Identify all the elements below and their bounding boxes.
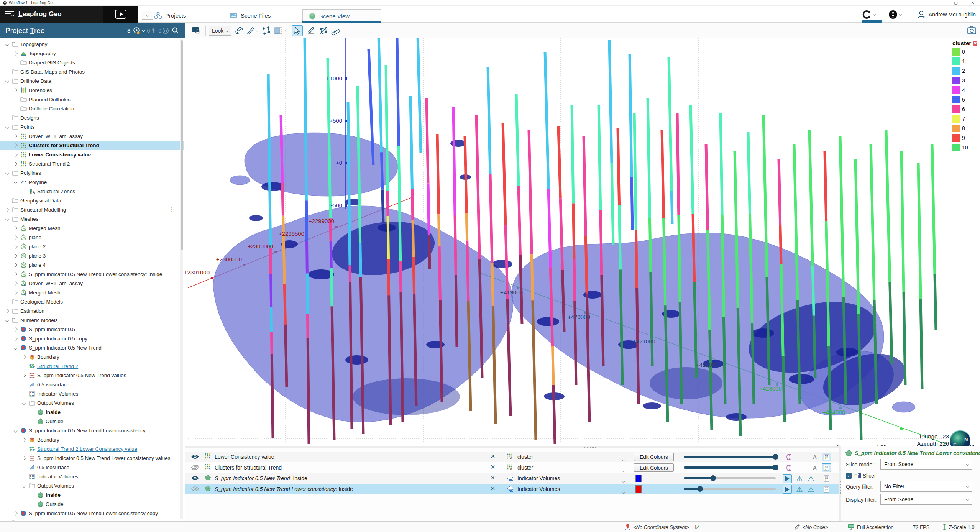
tree-item[interactable]: Drillhole Correlation xyxy=(0,104,184,113)
tree-item[interactable]: Outside xyxy=(0,499,184,509)
remove-from-scene-icon[interactable]: × xyxy=(491,484,495,493)
shading-wireframe-icon[interactable] xyxy=(806,485,816,494)
chevron-right-icon[interactable] xyxy=(13,227,18,230)
chevron-right-icon[interactable] xyxy=(5,310,10,312)
tree-item[interactable]: 0.5 isosurface xyxy=(0,380,184,389)
chevron-right-icon[interactable] xyxy=(13,144,18,147)
tree-item[interactable]: S_ppm Indicator 0.5 New Trend values xyxy=(0,371,184,380)
edit-polygon-button[interactable] xyxy=(318,25,329,36)
tree-item[interactable]: Inside xyxy=(0,407,184,417)
query-filter-select[interactable]: No Filter xyxy=(880,481,972,492)
rotate-slicer-button[interactable] xyxy=(234,25,245,36)
slider-knob[interactable] xyxy=(697,486,703,492)
chevron-down-icon[interactable] xyxy=(5,218,10,220)
chevron-down-icon[interactable] xyxy=(21,402,26,404)
edit-colours-button[interactable]: Edit Colours xyxy=(634,463,674,472)
tree-item[interactable]: S_ppm Indicator 0.5 New Trend xyxy=(0,343,184,352)
shading-smooth-icon[interactable] xyxy=(795,485,804,494)
opacity-slider[interactable] xyxy=(684,466,776,469)
tree-item[interactable]: Lower Consistency value xyxy=(0,150,184,159)
tree-item[interactable]: Polyline xyxy=(0,177,184,187)
slider-knob[interactable] xyxy=(773,454,778,460)
tree-item[interactable]: Topography xyxy=(0,49,184,58)
shading-flat-icon[interactable] xyxy=(783,485,792,494)
tree-item[interactable]: Boundary xyxy=(0,435,184,444)
tree-item[interactable]: Geophysical Data xyxy=(0,196,184,205)
tree-item[interactable]: Structural Trend 2 Lower Consistency val… xyxy=(0,444,184,453)
chevron-right-icon[interactable] xyxy=(13,273,18,276)
chevron-down-icon[interactable] xyxy=(5,43,10,46)
chevron-down-icon[interactable] xyxy=(5,172,10,174)
slicer-box-button[interactable] xyxy=(273,25,284,36)
text-display-icon[interactable]: A xyxy=(810,463,819,472)
tree-item[interactable]: Driver_WF1_am_assay xyxy=(0,279,184,288)
scene-list-row[interactable]: Lower Consistency value×AclusterEdit Col… xyxy=(185,452,839,462)
tree-item[interactable]: plane 2 xyxy=(0,242,184,251)
tree-item[interactable]: S_ppm Indicator 0.5 New Trend Lower cons… xyxy=(0,509,184,518)
opacity-slider[interactable] xyxy=(684,488,776,490)
scene-list-row[interactable]: S_ppm Indicator 0.5 New Trend Lower cons… xyxy=(185,484,839,494)
fill-slicer-checkbox[interactable]: ✓Fill Slicer xyxy=(846,473,876,479)
legend-toggle-icon[interactable] xyxy=(822,474,831,483)
chevron-down-icon[interactable] xyxy=(13,346,18,349)
tree-item[interactable]: Combined Models xyxy=(0,518,184,521)
tree-item[interactable]: Topography xyxy=(0,39,184,49)
chevron-down-icon[interactable] xyxy=(13,429,18,432)
code-status[interactable]: <No Code> xyxy=(794,522,828,532)
opacity-slider[interactable] xyxy=(684,456,776,458)
chevron-right-icon[interactable] xyxy=(13,52,18,55)
tree-item[interactable]: Numeric Models xyxy=(0,315,184,325)
scene-list-row[interactable]: Clusters for Structural Trend×AclusterEd… xyxy=(185,462,839,473)
tree-item[interactable]: Output Volumes xyxy=(0,481,184,490)
visibility-on-icon[interactable] xyxy=(191,454,199,461)
value-filter-icon[interactable] xyxy=(784,453,793,461)
select-tool-button[interactable] xyxy=(292,25,303,36)
tree-item[interactable]: AStructural Zones xyxy=(0,187,184,196)
view-mode-dropdown[interactable] xyxy=(622,477,624,484)
screenshot-button[interactable] xyxy=(967,26,977,36)
tree-item[interactable]: Draped GIS Objects xyxy=(0,58,184,67)
tree-item[interactable]: Driver_WF1_am_assay xyxy=(0,131,184,141)
tree-item[interactable]: plane xyxy=(0,233,184,242)
tree-item[interactable]: Boundary xyxy=(0,352,184,361)
slider-knob[interactable] xyxy=(773,465,778,470)
look-dropdown[interactable]: Look xyxy=(209,26,231,36)
tree-item[interactable]: Designs xyxy=(0,113,184,122)
navigation-ball[interactable]: E N xyxy=(950,430,970,446)
chevron-right-icon[interactable] xyxy=(13,282,18,285)
tree-item[interactable]: Planned Drillholes xyxy=(0,95,184,104)
tree-item[interactable]: Merged Mesh xyxy=(0,288,184,297)
tree-item[interactable]: Meshes xyxy=(0,214,184,223)
chevron-right-icon[interactable] xyxy=(13,264,18,266)
tree-item[interactable]: Outside xyxy=(0,417,184,426)
main-menu-button[interactable]: Leapfrog Geo xyxy=(0,6,103,23)
shading-wireframe-icon[interactable] xyxy=(806,474,816,483)
chevron-right-icon[interactable] xyxy=(21,438,26,441)
opacity-slider[interactable] xyxy=(684,477,776,479)
colour-swatch[interactable] xyxy=(635,485,642,493)
tree-item[interactable]: Estimation xyxy=(0,306,184,315)
chevron-right-icon[interactable] xyxy=(13,291,18,294)
chevron-right-icon[interactable] xyxy=(13,337,18,340)
tree-item[interactable]: Indicator Volumes xyxy=(0,472,184,481)
shading-smooth-icon[interactable] xyxy=(795,474,804,483)
tree-item[interactable]: Indicator Volumes xyxy=(0,389,184,398)
legend-close-icon[interactable]: ✕ xyxy=(973,41,977,46)
z-scale-control[interactable]: Z-Scale 1.0 xyxy=(942,522,974,532)
legend-toggle-icon[interactable] xyxy=(822,453,831,461)
tree-item[interactable]: plane 4 xyxy=(0,260,184,269)
text-display-icon[interactable]: A xyxy=(810,453,819,461)
tab-projects[interactable]: Projects xyxy=(149,8,191,23)
chevron-right-icon[interactable] xyxy=(21,356,26,358)
visibility-off-icon[interactable] xyxy=(191,465,199,472)
display-filter-select[interactable]: From Scene xyxy=(880,494,972,505)
tree-scrollbar[interactable] xyxy=(180,39,183,519)
tree-item[interactable]: S_ppm Indicator 0.5 xyxy=(0,325,184,334)
clear-scene-button[interactable] xyxy=(191,25,202,36)
id-menu[interactable] xyxy=(888,8,901,20)
legend-toggle-icon[interactable] xyxy=(822,485,831,494)
chevron-right-icon[interactable] xyxy=(13,255,18,257)
maximize-button[interactable]: ▢ xyxy=(950,0,961,6)
slider-knob[interactable] xyxy=(710,475,716,481)
tree-item[interactable]: Structural Trend 2 xyxy=(0,361,184,371)
